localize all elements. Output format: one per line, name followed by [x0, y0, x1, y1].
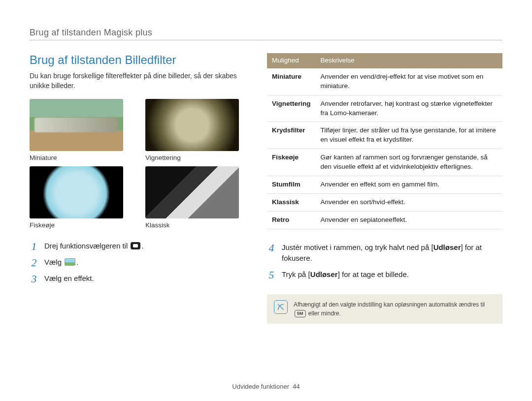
- step-text-b: ] for at tage et billede.: [338, 270, 409, 278]
- step-text-bold: Udløser: [310, 270, 338, 278]
- cell-desc: Gør kanten af rammen sort og forvrænger …: [316, 149, 502, 176]
- step-text: Drej funktionsvælgeren til .: [44, 241, 246, 252]
- cell-name: Stumfilm: [267, 176, 316, 194]
- footer: Udvidede funktioner 44: [0, 383, 532, 390]
- info-icon: [274, 300, 288, 314]
- photo-filter-icon: [65, 258, 75, 266]
- step-4: 4 Justér motivet i rammen, og tryk halvt…: [267, 242, 502, 264]
- table-head-description: Beskrivelse: [316, 53, 502, 68]
- step-2: 2 Vælg .: [30, 257, 246, 268]
- thumbnail-grid: Miniature Vignettering Fiskeøje Klassisk: [30, 99, 246, 229]
- intro-text: Du kan bruge forskellige filtereffekter …: [30, 71, 246, 91]
- cell-desc: Anvender en sepiatoneeffekt.: [316, 211, 502, 229]
- cell-desc: Anvender en effekt som en gammel film.: [316, 176, 502, 194]
- step-number: 1: [30, 241, 38, 252]
- table-row: KrydsfilterTilføjer linjer, der stråler …: [267, 122, 502, 149]
- thumb-image-miniature: [30, 99, 123, 151]
- cell-name: Klassisk: [267, 193, 316, 211]
- resolution-badge: 5M: [295, 310, 306, 318]
- steps-left: 1 Drej funktionsvælgeren til . 2 Vælg . …: [30, 241, 246, 284]
- step-text: Justér motivet i rammen, og tryk halvt n…: [282, 242, 502, 264]
- step-text: Tryk på [Udløser] for at tage et billede…: [282, 269, 502, 280]
- step-1: 1 Drej funktionsvælgeren til .: [30, 241, 246, 252]
- cell-name: Vignettering: [267, 95, 316, 122]
- note-text-b: eller mindre.: [307, 310, 341, 317]
- step-text-b: .: [76, 258, 78, 266]
- thumb-image-fiskeoje: [30, 166, 123, 218]
- cell-name: Fiskeøje: [267, 149, 316, 176]
- note-box: Afhængigt af den valgte indstilling kan …: [267, 294, 502, 324]
- thumb-miniature: Miniature: [30, 99, 123, 161]
- thumb-image-vignettering: [145, 99, 239, 151]
- cell-desc: Anvender retrofarver, høj kontrast og st…: [316, 95, 502, 122]
- step-5: 5 Tryk på [Udløser] for at tage et bille…: [267, 269, 502, 280]
- thumb-fiskeoje: Fiskeøje: [30, 166, 123, 229]
- step-number: 4: [267, 243, 276, 253]
- footer-page: 44: [293, 383, 299, 390]
- cell-desc: Anvender en vend/drej-effekt for at vise…: [316, 68, 502, 95]
- step-text-a: Vælg: [44, 258, 64, 266]
- mode-dial-icon: [131, 242, 140, 249]
- table-row: FiskeøjeGør kanten af rammen sort og for…: [267, 149, 502, 176]
- thumb-vignettering: Vignettering: [145, 99, 239, 161]
- note-text: Afhængigt af den valgte indstilling kan …: [294, 300, 496, 318]
- table-row: MiniatureAnvender en vend/drej-effekt fo…: [267, 68, 502, 95]
- step-number: 3: [30, 274, 38, 284]
- divider: [30, 40, 502, 40]
- thumb-label: Vignettering: [145, 154, 239, 161]
- cell-desc: Anvender en sort/hvid-effekt.: [316, 193, 502, 211]
- step-text-a: Drej funktionsvælgeren til: [44, 242, 130, 250]
- step-text-b: .: [141, 242, 143, 250]
- step-text-bold: Udløser: [433, 243, 461, 251]
- step-3: 3 Vælg en effekt.: [30, 273, 246, 284]
- options-table: Mulighed Beskrivelse MiniatureAnvender e…: [267, 53, 502, 229]
- page-title: Brug af tilstanden Billedfilter: [30, 53, 246, 67]
- cell-name: Krydsfilter: [267, 122, 316, 149]
- right-column: Mulighed Beskrivelse MiniatureAnvender e…: [267, 53, 502, 324]
- step-text-a: Justér motivet i rammen, og tryk halvt n…: [282, 243, 433, 251]
- cell-desc: Tilføjer linjer, der stråler ud fra lyse…: [316, 122, 502, 149]
- step-text: Vælg en effekt.: [44, 273, 246, 284]
- table-row: KlassiskAnvender en sort/hvid-effekt.: [267, 193, 502, 211]
- step-number: 2: [30, 257, 38, 268]
- table-row: VignetteringAnvender retrofarver, høj ko…: [267, 95, 502, 122]
- note-text-a: Afhængigt af den valgte indstilling kan …: [294, 301, 485, 308]
- steps-right: 4 Justér motivet i rammen, og tryk halvt…: [267, 242, 502, 280]
- thumb-label: Fiskeøje: [30, 221, 123, 229]
- thumb-klassisk: Klassisk: [145, 166, 239, 229]
- step-number: 5: [267, 270, 276, 280]
- cell-name: Retro: [267, 211, 316, 229]
- step-text-a: Tryk på [: [282, 270, 310, 278]
- breadcrumb: Brug af tilstanden Magisk plus: [30, 28, 502, 38]
- thumb-label: Klassisk: [145, 221, 239, 229]
- cell-name: Miniature: [267, 68, 316, 95]
- thumb-label: Miniature: [30, 154, 123, 161]
- table-head-option: Mulighed: [267, 53, 316, 68]
- thumb-image-klassisk: [145, 166, 239, 218]
- left-column: Brug af tilstanden Billedfilter Du kan b…: [30, 53, 246, 324]
- table-row: RetroAnvender en sepiatoneeffekt.: [267, 211, 502, 229]
- table-row: StumfilmAnvender en effekt som en gammel…: [267, 176, 502, 194]
- footer-label: Udvidede funktioner: [232, 383, 289, 390]
- step-text: Vælg .: [44, 257, 246, 268]
